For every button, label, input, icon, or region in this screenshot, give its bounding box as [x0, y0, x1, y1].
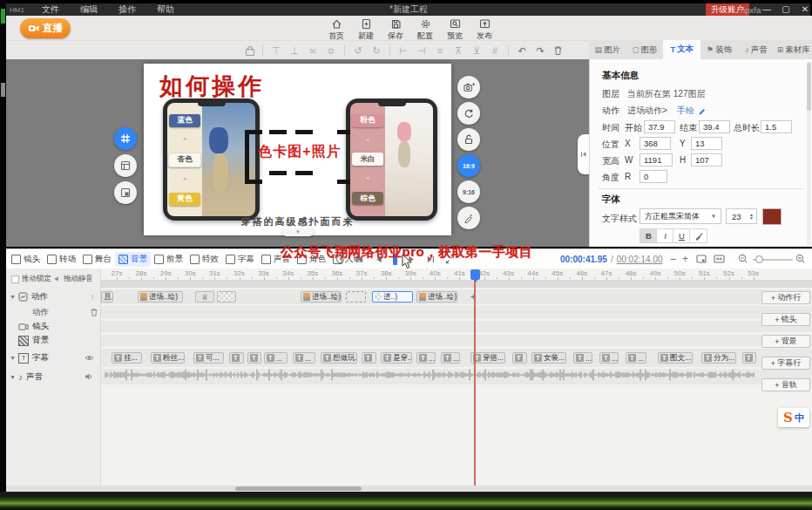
font-size-stepper[interactable]: 23 ▲▼	[726, 208, 757, 224]
subtitle-clip[interactable]: T	[247, 352, 261, 364]
action-clip[interactable]: 进场..绘)	[138, 291, 183, 303]
tab-image[interactable]: ▤图片	[589, 40, 626, 59]
grid-toggle-button[interactable]	[114, 127, 137, 150]
distribute-bottom-icon[interactable]: ⊻	[471, 45, 482, 57]
add-镜头-button[interactable]: +镜头	[761, 313, 810, 326]
panel-collapse-handle[interactable]	[578, 134, 589, 174]
subtitle-clip[interactable]: T想做玩...	[321, 352, 357, 364]
subtitle-clip[interactable]: T	[362, 352, 376, 364]
trash-icon[interactable]	[90, 308, 98, 317]
subtitle-clip[interactable]: T粉丝...	[151, 352, 185, 364]
unlock-button[interactable]	[457, 128, 480, 151]
zoom-in-time-button[interactable]: +	[682, 249, 688, 269]
subtitle-clip[interactable]: T...	[441, 352, 460, 364]
toolbar-action-新建[interactable]: 新建	[351, 18, 381, 42]
slide-canvas[interactable]: 如何操作 蓝色 + 杏色 + 黄色	[144, 64, 451, 235]
timeline-ruler[interactable]: 27s28s29s30s31s32s33s34s35s36s37s38s39s4…	[100, 269, 812, 280]
track-label-sound[interactable]: ▼ ♪ 声音	[6, 369, 100, 384]
track-label-background[interactable]: 背景	[6, 335, 100, 346]
tab-library[interactable]: ⊞素材库	[775, 40, 812, 59]
subtitle-clip[interactable]: T...	[416, 352, 436, 364]
align-top-icon[interactable]: ⊤	[271, 45, 281, 57]
subtitle-clip[interactable]: T	[742, 352, 756, 364]
color-chip-brown[interactable]: 棕色	[352, 192, 383, 205]
resize-handle-icon[interactable]: ↕	[91, 293, 94, 301]
subtitle-clip[interactable]: T	[229, 352, 244, 364]
italic-button[interactable]: I	[656, 228, 674, 243]
slide-bottom-tab[interactable]: ▼	[281, 228, 315, 236]
timeline-tool-特效[interactable]: 特效	[186, 252, 222, 267]
toolbar-action-发布[interactable]: 发布	[470, 18, 499, 42]
subtitle-clip[interactable]: T挂...	[112, 352, 142, 364]
align-hmiddle-icon[interactable]: ≎	[326, 45, 336, 57]
timeline-tool-背景[interactable]: 背景	[115, 252, 151, 267]
action-subtrack[interactable]	[100, 306, 812, 318]
layout-panel-button[interactable]	[114, 154, 137, 177]
align-bottom-icon[interactable]: ⊥	[289, 45, 300, 57]
timeline-tool-字幕[interactable]: 字幕	[222, 252, 258, 267]
r-input[interactable]	[639, 170, 667, 183]
action-clip[interactable]: 进场..绘)	[416, 291, 457, 303]
maximize-button[interactable]: ▢	[778, 3, 794, 16]
rotate-left-icon[interactable]: ↺	[353, 45, 363, 57]
timeline-tool-前景[interactable]: 前景	[151, 252, 186, 267]
tab-audio[interactable]: ♪声音	[738, 40, 775, 59]
action-track[interactable]: 且..进场..绘)♕进场..绘)进..)进场..绘)+	[100, 289, 812, 304]
menu-item-1[interactable]: 编辑	[70, 4, 108, 14]
toolbar-action-预览[interactable]: 预览	[440, 18, 470, 42]
background-track[interactable]	[100, 335, 812, 346]
action-clip[interactable]	[217, 291, 236, 303]
ruler-drag-band[interactable]	[100, 280, 812, 288]
menu-item-2[interactable]: 操作	[108, 4, 146, 14]
action-clip[interactable]: 进..)	[372, 291, 413, 303]
screenshot-button[interactable]	[457, 76, 480, 99]
ratio-16-9-button[interactable]: 16:9	[457, 154, 480, 177]
add-字幕行-button[interactable]: +字幕行	[761, 357, 810, 370]
start-input[interactable]	[644, 120, 675, 133]
redo-icon[interactable]: ↷	[535, 45, 545, 57]
caret-down-icon[interactable]: ▼	[10, 294, 16, 300]
timeline-tool-舞台[interactable]: 舞台	[79, 252, 115, 267]
subtitle-track[interactable]: T挂...T粉丝...T可...TTT...T...T想做玩...TT是穿...…	[100, 349, 812, 367]
color-chip-pink[interactable]: 粉色	[352, 114, 383, 127]
caret-down-icon[interactable]: ▼	[10, 374, 16, 380]
add-动作行-button[interactable]: +动作行	[761, 291, 810, 304]
align-right-icon[interactable]: ⊣	[416, 45, 427, 57]
color-chip-apricot[interactable]: 杏色	[168, 153, 201, 167]
tab-shape[interactable]: ◻图形	[626, 40, 664, 59]
layout-corner-button[interactable]	[114, 181, 137, 204]
lock-icon[interactable]	[246, 49, 254, 56]
subtitle-clip[interactable]: T女装...	[531, 352, 566, 364]
timeline-tool-转场[interactable]: 转场	[44, 252, 79, 267]
horizontal-scrollbar-thumb[interactable]	[235, 486, 362, 491]
menu-item-3[interactable]: 帮助	[146, 4, 185, 14]
zoom-in-icon[interactable]	[795, 254, 806, 264]
shot-track[interactable]	[100, 321, 812, 332]
panel-scrollbar-thumb[interactable]	[807, 63, 811, 111]
volume-icon[interactable]	[85, 372, 93, 381]
track-label-action[interactable]: ▼ 动作 ↕	[6, 289, 100, 304]
color-chip-offwhite[interactable]: 米白	[352, 153, 383, 166]
add-背景-button[interactable]: +背景	[761, 335, 810, 348]
format-brush-button[interactable]	[689, 228, 707, 243]
action-clip[interactable]	[346, 291, 366, 303]
action-link[interactable]: 手绘	[677, 105, 694, 117]
subtitle-clip[interactable]: T...	[626, 352, 646, 364]
eye-icon[interactable]	[85, 354, 94, 362]
playhead-handle[interactable]	[470, 269, 480, 280]
slide-title-text[interactable]: 如何操作	[159, 71, 264, 102]
subtitle-clip[interactable]: T穿搭...	[470, 352, 505, 364]
action-prefix[interactable]: 进场动作>	[627, 105, 667, 117]
add-音轨-button[interactable]: +音轨	[761, 378, 810, 391]
replay-button[interactable]	[457, 102, 480, 125]
toolbar-action-保存[interactable]: 保存	[381, 18, 410, 42]
toolbar-action-配置[interactable]: 配置	[410, 18, 440, 42]
minimize-button[interactable]: —	[759, 3, 775, 16]
ratio-9-16-button[interactable]: 9:16	[457, 180, 480, 203]
draw-button[interactable]	[457, 207, 480, 229]
distribute-top-icon[interactable]: ⊼	[453, 45, 464, 57]
subtitle-clip[interactable]: T是穿...	[381, 352, 412, 364]
sound-track[interactable]	[100, 369, 812, 384]
subtitle-clip[interactable]: T...	[264, 352, 288, 364]
font-color-swatch[interactable]	[762, 208, 782, 225]
